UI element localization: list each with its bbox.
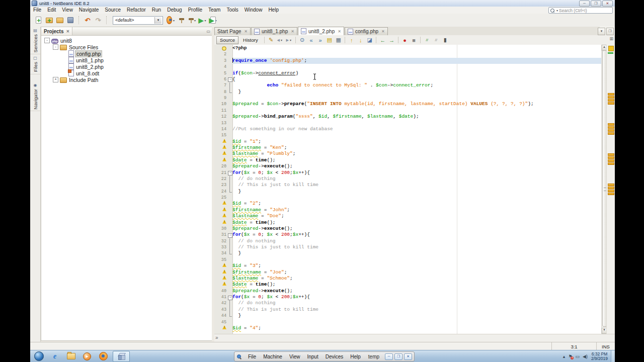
warning-stripe-mark[interactable]	[608, 132, 614, 135]
warning-stripe-mark[interactable]	[608, 190, 614, 192]
find-selection-button[interactable]: ⊙	[298, 36, 306, 44]
uncomment-button[interactable]: //	[432, 36, 440, 44]
maximize-window-icon[interactable]: ❐	[606, 28, 614, 35]
code-line[interactable]: 12$prepared->bind_param("ssss", $id, $fi…	[214, 114, 602, 120]
vbox-menu-machine[interactable]: Machine	[260, 354, 286, 359]
code-line[interactable]: 43 // This is just to kill time	[214, 307, 602, 313]
code-line[interactable]: 33 // This is just to kill time	[214, 244, 602, 250]
code-line[interactable]: 24 }	[214, 189, 602, 195]
taskbar-explorer-icon[interactable]	[64, 351, 77, 361]
projects-tab[interactable]: Projects ✕	[41, 27, 72, 35]
code-line[interactable]: 45	[214, 319, 602, 325]
tree-item-source-files[interactable]: -Source Files	[41, 44, 212, 50]
menu-window[interactable]: Window	[242, 7, 266, 14]
toggle-rectangular-selection-button[interactable]: ▦	[335, 36, 343, 44]
code-line[interactable]: $firstname = "Joe";	[214, 269, 602, 276]
code-line[interactable]: 41−for($x = 0; $x < 200;$x++){	[214, 294, 602, 300]
start-button[interactable]	[34, 351, 44, 361]
browser-firefox-button[interactable]: ▾	[167, 16, 176, 25]
code-line[interactable]: $id = "4";	[214, 325, 602, 331]
find-previous-occurrence-button[interactable]: «	[307, 36, 315, 44]
taskbar-clock[interactable]: 6:32 PM 2/9/2019	[591, 352, 608, 361]
code-line[interactable]: 15	[214, 132, 602, 138]
code-line[interactable]: 3require_once 'config.php';	[214, 58, 602, 64]
close-icon[interactable]: ✕	[338, 29, 341, 34]
editor-tab-config-php[interactable]: config.php✕	[345, 27, 388, 35]
shift-line-left-button[interactable]: ←	[379, 36, 387, 44]
warning-stripe-mark[interactable]	[608, 193, 614, 195]
editor-tab-unit8-1-php[interactable]: unit8_1.php✕	[251, 27, 297, 35]
code-line[interactable]: 42 // do nothing	[214, 300, 602, 306]
vbox-menu-file[interactable]: File	[245, 354, 260, 359]
fold-margin[interactable]: −	[227, 170, 232, 176]
volume-icon[interactable]: ◀)	[583, 354, 588, 359]
editor-tab-start-page[interactable]: Start Page✕	[214, 27, 251, 35]
tree-item-unit8[interactable]: -phpunit8	[41, 37, 212, 44]
code-editor[interactable]: <?php23require_once 'config.php';45if($c…	[214, 45, 615, 334]
warning-stripe-mark[interactable]	[608, 129, 614, 132]
run-project-button[interactable]: ▶▾	[198, 16, 207, 25]
new-file-button[interactable]: +	[34, 16, 43, 25]
split-document-icon[interactable]: ⊞	[609, 36, 613, 41]
code-line[interactable]: 31−for($x = 0; $x < 200;$x++){	[214, 232, 602, 238]
warning-stripe-mark[interactable]	[608, 99, 614, 102]
warning-stripe-mark[interactable]	[608, 123, 614, 126]
fold-collapse-icon[interactable]: −	[228, 296, 232, 300]
show-desktop-button[interactable]	[611, 350, 615, 362]
tree-item-config-php[interactable]: config.php	[41, 50, 212, 57]
undo-button[interactable]: ↶	[83, 16, 92, 25]
debug-project-button[interactable]: ▶▾	[209, 16, 218, 25]
taskbar-netbeans-icon[interactable]	[113, 351, 130, 362]
menu-team[interactable]: Team	[205, 7, 223, 14]
history-view-button[interactable]: History	[239, 36, 262, 44]
code-line[interactable]: 11	[214, 108, 602, 114]
code-line[interactable]: 2	[214, 51, 602, 57]
editor-tab-unit8-2-php[interactable]: unit8_2.php✕	[298, 27, 344, 35]
code-line[interactable]: 30$prepared->execute();	[214, 226, 602, 232]
warnings-badge-icon[interactable]	[608, 46, 614, 51]
back-button[interactable]: ◂▾	[276, 36, 284, 44]
new-project-button[interactable]: +	[45, 16, 54, 25]
warning-stripe-mark[interactable]	[608, 156, 614, 159]
code-line[interactable]: 14//Put something in our new database	[214, 126, 602, 132]
build-project-button[interactable]	[177, 16, 186, 25]
taskbar-media-player-icon[interactable]: ▶	[80, 351, 94, 361]
code-line[interactable]: 44 }	[214, 313, 602, 319]
fold-margin[interactable]: −	[227, 294, 232, 300]
menu-navigate[interactable]: Navigate	[76, 7, 102, 14]
close-icon[interactable]: ✕	[291, 29, 294, 34]
tree-expander-icon[interactable]: -	[53, 44, 58, 50]
menu-file[interactable]: File	[30, 7, 44, 14]
code-line[interactable]: 13	[214, 120, 602, 126]
tab-list-dropdown-icon[interactable]: ▾	[598, 28, 605, 35]
inspect-button[interactable]: ▮	[441, 36, 449, 44]
menu-edit[interactable]: Edit	[44, 7, 59, 14]
minimize-panel-icon[interactable]: ▭	[206, 29, 210, 34]
menu-help[interactable]: Help	[265, 7, 282, 14]
menu-source[interactable]: Source	[102, 7, 124, 14]
warning-stripe-mark[interactable]	[608, 96, 614, 99]
code-line[interactable]: $firstname = "John";	[214, 207, 602, 213]
comment-button[interactable]: //	[423, 36, 431, 44]
fold-collapse-icon[interactable]: −	[228, 233, 232, 238]
last-edited-position-button[interactable]: ✎	[267, 36, 275, 44]
close-icon[interactable]: ✕	[244, 29, 248, 34]
code-line[interactable]: 7 echo "failed to connect to MySql: " . …	[214, 82, 602, 88]
vbox-minimize-button[interactable]: ─	[385, 353, 393, 360]
sidebar-tab-files[interactable]: ▢Files	[30, 54, 40, 74]
code-line[interactable]: $id = "1";	[214, 139, 602, 145]
minimize-button[interactable]: ─	[579, 1, 590, 7]
open-project-button[interactable]	[55, 16, 64, 25]
code-line[interactable]: $date = time();	[214, 282, 602, 288]
vbox-menu-help[interactable]: Help	[347, 354, 364, 359]
toggle-highlight-search-button[interactable]: ▤	[326, 36, 334, 44]
code-line[interactable]: 25	[214, 195, 602, 201]
code-line[interactable]: 21−for($x = 0; $x < 200;$x++){	[214, 170, 602, 176]
code-line[interactable]: 10$prepared = $con->prepare("INSERT INTO…	[214, 101, 602, 107]
vbox-restore-button[interactable]: ❐	[394, 353, 403, 360]
fold-collapse-icon[interactable]: −	[228, 171, 232, 175]
network-icon[interactable]: ▭	[575, 354, 580, 359]
code-line[interactable]: $firstname = "Ken";	[214, 145, 602, 151]
warning-stripe-mark[interactable]	[608, 159, 614, 162]
quick-search-input[interactable]: ▾ Search (Ctrl+I)	[548, 7, 613, 14]
